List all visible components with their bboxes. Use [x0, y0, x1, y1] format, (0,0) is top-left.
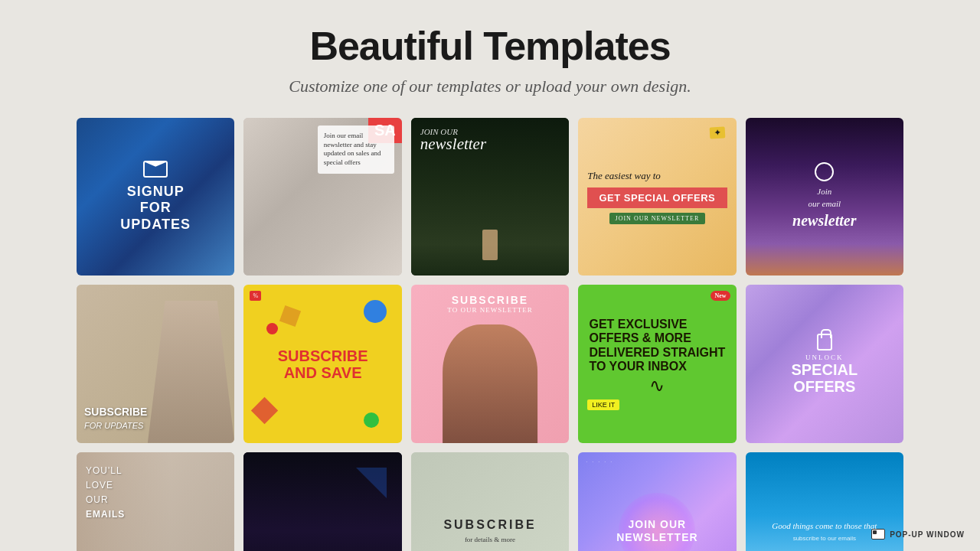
template-card-3[interactable]: JOIN OUR newsletter: [411, 118, 569, 276]
good-things-title: Good things come to those that: [772, 520, 877, 532]
new-badge: New: [710, 291, 730, 301]
easiest-way-text: The easiest way to: [587, 170, 727, 183]
percent-tag: %: [250, 291, 261, 301]
branding-footer: POP-UP WINDOW: [871, 529, 965, 540]
template-card-2[interactable]: SA Join our email newsletter and stay up…: [243, 118, 401, 276]
newsletter-text-box: Join our email newsletter and stay updat…: [318, 126, 394, 174]
template-card-4[interactable]: ✦ The easiest way to GET SPECIAL OFFERS …: [578, 118, 736, 276]
template-card-8[interactable]: SUBSCRIBE TO OUR NEWSLETTER: [411, 285, 569, 442]
template-card-5[interactable]: Joinour emailnewsletter: [746, 118, 903, 276]
lock-icon: [817, 334, 832, 350]
template-card-11[interactable]: YOU'LLLOVEOUREMAILS: [77, 452, 234, 551]
circle-icon: [815, 162, 834, 181]
person-figure: [482, 230, 498, 260]
unlock-label: UNLOCK: [805, 354, 844, 361]
shape-circle-red: [266, 323, 278, 334]
triangle-2: [356, 468, 387, 498]
subscribe-title: SUBSCRIBE: [452, 294, 528, 306]
newsletter-script: newsletter: [420, 136, 486, 152]
person-photo: [443, 324, 537, 443]
shape-circle-blue: [364, 300, 387, 323]
special-offers-text: GET SPECIAL OFFERS: [587, 187, 727, 208]
like-it-cta: LIKE IT: [587, 399, 619, 410]
join-newsletter-14: JOIN OURNEWSLETTER: [616, 518, 697, 544]
template-card-9[interactable]: New GET EXCLUSIVEOFFERS & MOREDELIVERED …: [578, 285, 736, 442]
page-subtitle: Customize one of our templates or upload…: [289, 77, 691, 96]
template-card-1[interactable]: SIGNUPFORUPDATES: [77, 118, 234, 276]
templates-grid: SIGNUPFORUPDATES SA Join our email newsl…: [77, 118, 903, 551]
page-title: Beautiful Templates: [309, 23, 670, 69]
yellow-badge: ✦: [709, 126, 725, 139]
template-card-10[interactable]: UNLOCK SPECIALOFFERS: [746, 285, 903, 442]
squiggle-decoration: ∿: [649, 375, 665, 396]
join-email-text: Joinour emailnewsletter: [792, 186, 856, 231]
youll-love-text: YOU'LLLOVEOUREMAILS: [86, 464, 125, 523]
template-1-text: SIGNUPFORUPDATES: [120, 184, 191, 233]
template-card-12[interactable]: JOIN OURVIP LIST: [243, 452, 401, 551]
triangle-decorations: [243, 452, 401, 551]
exclusive-offers-title: GET EXCLUSIVEOFFERS & MOREDELIVERED STRA…: [589, 318, 725, 374]
shape-diamond-orange: [251, 397, 278, 424]
template-card-13[interactable]: SUBSCRIBE for details & more: [411, 452, 569, 551]
subscribe-save-title: SUBSCRIBEAND SAVE: [278, 347, 368, 381]
join-newsletter-cta: JOIN OUR NEWSLETTER: [609, 213, 706, 224]
special-offers-title: SPECIALOFFERS: [791, 361, 858, 395]
dot-decoration: · · · · ·: [586, 458, 613, 465]
subscribe-updates-text: SUBSCRIBEfor updates: [84, 406, 147, 432]
subscribe-title-13: SUBSCRIBE: [443, 518, 536, 532]
page-container: Beautiful Templates Customize one of our…: [0, 0, 980, 551]
shape-circle-green: [364, 412, 379, 428]
newsletter-description: Join our email newsletter and stay updat…: [324, 132, 388, 168]
template-card-14[interactable]: · · · · · JOIN OURNEWSLETTER: [578, 452, 736, 551]
template-card-6[interactable]: SUBSCRIBEfor updates: [77, 285, 234, 442]
join-newsletter-content: JOIN OUR newsletter: [420, 127, 486, 152]
join-text: JOIN OUR: [420, 127, 486, 136]
popup-window-icon: [871, 529, 885, 540]
template-card-7[interactable]: % SUBSCRIBEAND SAVE: [243, 285, 401, 442]
subscribe-details-text: for details & more: [465, 535, 515, 545]
branding-text: POP-UP WINDOW: [890, 530, 965, 539]
email-icon: [143, 161, 168, 178]
subscribe-emails-sub: subscribe to our emails: [793, 535, 856, 542]
shape-star-yellow: [279, 305, 301, 327]
to-newsletter-text: TO OUR NEWSLETTER: [447, 306, 532, 314]
